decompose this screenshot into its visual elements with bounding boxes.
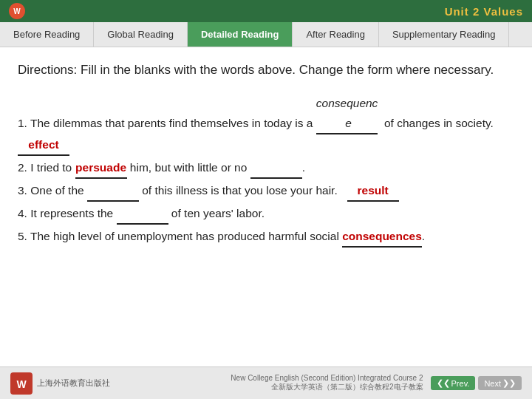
list-item: 4. It represents the of ten years' labor… [18,203,514,225]
prev-button[interactable]: ❮❮ Prev. [431,376,476,390]
footer-right-area: New College English (Second Edition) Int… [231,374,522,392]
tab-after-reading[interactable]: After Reading [293,22,379,47]
tab-global-reading[interactable]: Global Reading [94,22,188,47]
title-bar: W Unit 2 Values [0,0,532,22]
list-item: 3. One of the of this illness is that yo… [18,180,514,202]
blank-1a: consequence [316,93,378,134]
blank-4a [117,203,168,225]
list-item: 2. I tried to persuade him, but with lit… [18,157,514,179]
next-button[interactable]: Next ❯❯ [478,376,522,390]
blank-2a: persuade [75,157,127,179]
nav-buttons: ❮❮ Prev. Next ❯❯ [431,376,522,390]
exercise-list: 1. The dilemmas that parents find themse… [18,93,514,250]
blank-5a: consequences [342,226,422,248]
tab-detailed-reading[interactable]: Detailed Reading [188,22,293,47]
svg-text:W: W [13,7,21,16]
publisher-name: 上海外语教育出版社 [37,378,110,389]
book-info: New College English (Second Edition) Int… [231,374,423,392]
tab-before-reading[interactable]: Before Reading [0,22,94,47]
tab-supplementary-reading[interactable]: Supplementary Reading [379,22,509,47]
nav-bar: Before Reading Global Reading Detailed R… [0,22,532,47]
blank-3b: result [347,180,399,202]
blank-2b [250,157,302,179]
list-item: 1. The dilemmas that parents find themse… [18,93,514,156]
svg-text:W: W [16,378,27,390]
list-item: 5. The high level of unemployment has pr… [18,226,514,248]
footer-logo-area: W 上海外语教育出版社 [10,372,110,395]
footer: W 上海外语教育出版社 New College English (Second … [0,366,532,399]
unit-title: Unit 2 Values [445,5,523,18]
blank-1b: effect [18,134,69,156]
app-logo: W [9,3,25,19]
publisher-logo: W [10,372,33,395]
blank-3a [87,180,139,202]
directions-text: Directions: Fill in the blanks with the … [18,61,514,80]
main-content: Directions: Fill in the blanks with the … [0,47,532,366]
app-window: W Unit 2 Values Before Reading Global Re… [0,0,532,399]
